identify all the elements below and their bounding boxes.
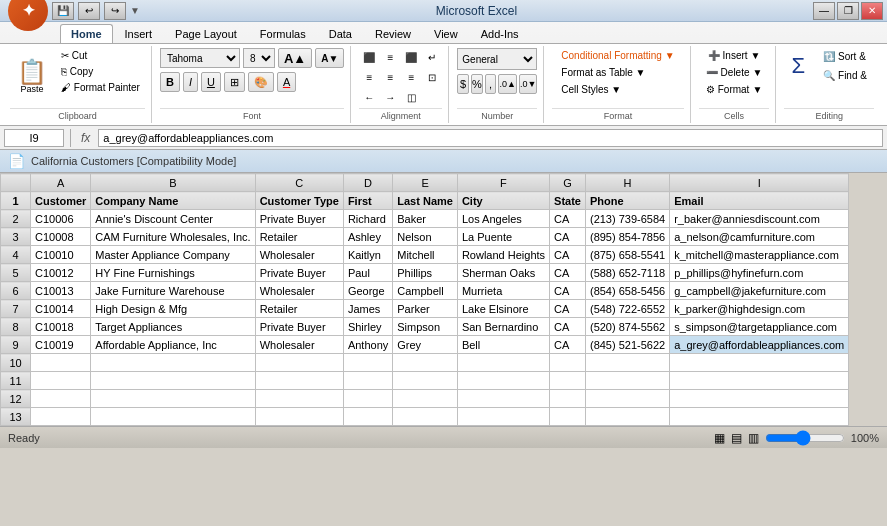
- font-size-select[interactable]: 8: [243, 48, 275, 68]
- header-cell-E[interactable]: Last Name: [393, 192, 458, 210]
- cell-H4[interactable]: (875) 658-5541: [585, 246, 669, 264]
- cell-B3[interactable]: CAM Furniture Wholesales, Inc.: [91, 228, 255, 246]
- align-top-right-btn[interactable]: ⬛: [401, 48, 421, 66]
- indent-dec-btn[interactable]: ←: [359, 88, 379, 106]
- copy-button[interactable]: ⎘ Copy: [56, 64, 145, 79]
- empty-cell-13-2[interactable]: [255, 408, 343, 426]
- cell-B6[interactable]: Jake Furniture Warehouse: [91, 282, 255, 300]
- cell-F7[interactable]: Lake Elsinore: [457, 300, 549, 318]
- orientation-btn[interactable]: ◫: [401, 88, 421, 106]
- wrap-text-btn[interactable]: ↵: [422, 48, 442, 66]
- italic-btn[interactable]: I: [183, 72, 198, 92]
- empty-cell-13-5[interactable]: [457, 408, 549, 426]
- cell-B7[interactable]: High Design & Mfg: [91, 300, 255, 318]
- empty-cell-11-2[interactable]: [255, 372, 343, 390]
- cell-G3[interactable]: CA: [550, 228, 586, 246]
- cell-A4[interactable]: C10010: [31, 246, 91, 264]
- cell-A2[interactable]: C10006: [31, 210, 91, 228]
- office-button[interactable]: ✦: [8, 0, 48, 31]
- redo-btn[interactable]: ↪: [104, 2, 126, 20]
- merge-btn[interactable]: ⊡: [422, 68, 442, 86]
- cell-D7[interactable]: James: [343, 300, 392, 318]
- tab-page-layout[interactable]: Page Layout: [164, 24, 248, 43]
- header-cell-G[interactable]: State: [550, 192, 586, 210]
- cell-H9[interactable]: (845) 521-5622: [585, 336, 669, 354]
- cell-G7[interactable]: CA: [550, 300, 586, 318]
- cell-B9[interactable]: Affordable Appliance, Inc: [91, 336, 255, 354]
- cell-I7[interactable]: k_parker@highdesign.com: [670, 300, 849, 318]
- cell-A3[interactable]: C10008: [31, 228, 91, 246]
- grow-font-btn[interactable]: A▲: [278, 48, 312, 68]
- empty-cell-10-2[interactable]: [255, 354, 343, 372]
- cell-A5[interactable]: C10012: [31, 264, 91, 282]
- cell-G4[interactable]: CA: [550, 246, 586, 264]
- tab-data[interactable]: Data: [318, 24, 363, 43]
- comma-btn[interactable]: ,: [485, 74, 497, 94]
- cell-F5[interactable]: Sherman Oaks: [457, 264, 549, 282]
- align-right-btn[interactable]: ≡: [401, 68, 421, 86]
- col-header-G[interactable]: G: [550, 174, 586, 192]
- find-select-btn[interactable]: 🔍 Find &: [816, 67, 874, 84]
- cell-G8[interactable]: CA: [550, 318, 586, 336]
- cell-F2[interactable]: Los Angeles: [457, 210, 549, 228]
- empty-cell-13-6[interactable]: [550, 408, 586, 426]
- cell-C9[interactable]: Wholesaler: [255, 336, 343, 354]
- cell-H7[interactable]: (548) 722-6552: [585, 300, 669, 318]
- header-cell-I[interactable]: Email: [670, 192, 849, 210]
- cell-E3[interactable]: Nelson: [393, 228, 458, 246]
- col-header-F[interactable]: F: [457, 174, 549, 192]
- insert-cells-btn[interactable]: ➕ Insert ▼: [701, 48, 768, 63]
- empty-cell-13-8[interactable]: [670, 408, 849, 426]
- cell-E5[interactable]: Phillips: [393, 264, 458, 282]
- number-format-select[interactable]: General: [457, 48, 537, 70]
- conditional-formatting-btn[interactable]: Conditional Formatting ▼: [552, 48, 683, 63]
- cell-A7[interactable]: C10014: [31, 300, 91, 318]
- cell-I3[interactable]: a_nelson@camfurniture.com: [670, 228, 849, 246]
- font-name-select[interactable]: Tahoma: [160, 48, 240, 68]
- empty-cell-10-0[interactable]: [31, 354, 91, 372]
- cell-F3[interactable]: La Puente: [457, 228, 549, 246]
- cell-H6[interactable]: (854) 658-5456: [585, 282, 669, 300]
- view-normal-btn[interactable]: ▦: [714, 431, 725, 445]
- align-left-btn[interactable]: ≡: [359, 68, 379, 86]
- cell-F9[interactable]: Bell: [457, 336, 549, 354]
- inc-decimal-btn[interactable]: .0▲: [498, 74, 516, 94]
- empty-cell-11-3[interactable]: [343, 372, 392, 390]
- cell-D2[interactable]: Richard: [343, 210, 392, 228]
- cell-D8[interactable]: Shirley: [343, 318, 392, 336]
- empty-cell-12-4[interactable]: [393, 390, 458, 408]
- cell-D9[interactable]: Anthony: [343, 336, 392, 354]
- cell-B5[interactable]: HY Fine Furnishings: [91, 264, 255, 282]
- cell-D3[interactable]: Ashley: [343, 228, 392, 246]
- cell-E4[interactable]: Mitchell: [393, 246, 458, 264]
- cell-I4[interactable]: k_mitchell@masterappliance.com: [670, 246, 849, 264]
- cell-E6[interactable]: Campbell: [393, 282, 458, 300]
- empty-cell-11-8[interactable]: [670, 372, 849, 390]
- cell-E2[interactable]: Baker: [393, 210, 458, 228]
- fill-color-btn[interactable]: 🎨: [248, 72, 274, 92]
- empty-cell-11-1[interactable]: [91, 372, 255, 390]
- zoom-slider[interactable]: [765, 430, 845, 446]
- dec-decimal-btn[interactable]: .0▼: [519, 74, 537, 94]
- empty-cell-11-0[interactable]: [31, 372, 91, 390]
- cell-reference-input[interactable]: [4, 129, 64, 147]
- cell-B8[interactable]: Target Appliances: [91, 318, 255, 336]
- empty-cell-13-7[interactable]: [585, 408, 669, 426]
- cell-G6[interactable]: CA: [550, 282, 586, 300]
- view-layout-btn[interactable]: ▤: [731, 431, 742, 445]
- cell-I2[interactable]: r_baker@anniesdiscount.com: [670, 210, 849, 228]
- cell-I9[interactable]: a_grey@affordableappliances.com: [670, 336, 849, 354]
- cell-C8[interactable]: Private Buyer: [255, 318, 343, 336]
- delete-cells-btn[interactable]: ➖ Delete ▼: [699, 65, 770, 80]
- tab-review[interactable]: Review: [364, 24, 422, 43]
- col-header-D[interactable]: D: [343, 174, 392, 192]
- header-cell-C[interactable]: Customer Type: [255, 192, 343, 210]
- cell-C5[interactable]: Private Buyer: [255, 264, 343, 282]
- cell-A8[interactable]: C10018: [31, 318, 91, 336]
- cell-G9[interactable]: CA: [550, 336, 586, 354]
- col-header-H[interactable]: H: [585, 174, 669, 192]
- cell-C4[interactable]: Wholesaler: [255, 246, 343, 264]
- paste-button[interactable]: 📋 Paste: [10, 48, 54, 106]
- empty-cell-12-3[interactable]: [343, 390, 392, 408]
- cell-E8[interactable]: Simpson: [393, 318, 458, 336]
